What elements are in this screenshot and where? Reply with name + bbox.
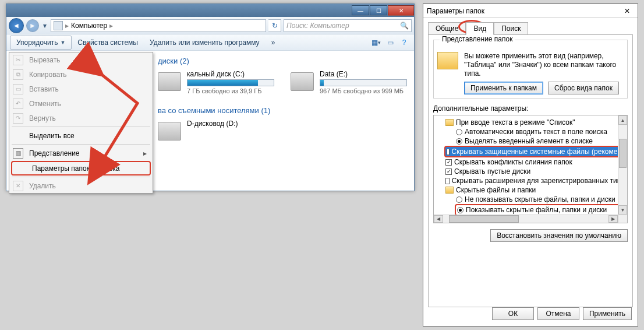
menu-item-redo[interactable]: ↷Вернуть — [9, 111, 153, 125]
section-hard-disks: диски (2) — [155, 52, 411, 68]
breadcrumb-label[interactable]: Компьютер — [71, 22, 107, 30]
computer-icon — [54, 21, 63, 30]
drive-item[interactable]: Data (E:) 967 МБ свободно из 999 МБ — [291, 70, 407, 94]
horizontal-scrollbar[interactable]: ◀ ▶ — [434, 215, 618, 223]
maximize-button[interactable] — [370, 5, 387, 16]
preview-pane-button[interactable]: ▭ — [384, 36, 397, 49]
minimize-button[interactable] — [352, 5, 369, 16]
scroll-right-button[interactable]: ▶ — [608, 215, 618, 223]
titlebar — [6, 4, 414, 17]
history-dropdown-icon[interactable]: ▾ — [41, 19, 48, 32]
menu-item-paste[interactable]: ▭Вставить — [9, 82, 153, 96]
undo-icon: ↶ — [13, 99, 23, 109]
checkbox-icon — [445, 168, 452, 175]
radio-icon — [456, 138, 462, 145]
dialog-close-button[interactable]: ✕ — [620, 7, 634, 15]
tree-check[interactable]: Скрывать расширения для зарегистрированн… — [435, 176, 626, 185]
tab-view[interactable]: Вид — [466, 22, 494, 35]
tab-search[interactable]: Поиск — [494, 22, 528, 35]
organize-menu: ✂Вырезать ⧉Копировать ▭Вставить ↶Отменит… — [9, 52, 153, 194]
dvd-icon — [158, 122, 181, 141]
system-properties-button[interactable]: Свойства системы — [72, 36, 144, 49]
reset-folders-button[interactable]: Сброс вида папок — [548, 82, 619, 94]
back-button[interactable]: ◄ — [9, 18, 24, 33]
tree-group: При вводе текста в режиме "Список" — [435, 118, 626, 127]
tree-check[interactable]: Скрывать пустые диски — [435, 167, 626, 176]
redo-icon: ↷ — [13, 113, 23, 124]
folder-options-dialog: Параметры папок ✕ Общие Вид Поиск Предст… — [423, 3, 638, 327]
view-mode-button[interactable]: ▦▾ — [370, 36, 383, 49]
folder-views-group: Представление папок Вы можете применить … — [433, 40, 628, 99]
search-input[interactable]: Поиск: Компьютер 🔍 — [284, 19, 412, 32]
menu-item-copy[interactable]: ⧉Копировать — [9, 67, 153, 82]
copy-icon: ⧉ — [13, 69, 23, 80]
drive-label: кальный диск (C:) — [187, 70, 274, 78]
search-placeholder: Поиск: Компьютер — [286, 22, 349, 30]
breadcrumb-sep-icon: ▸ — [65, 22, 69, 30]
help-button[interactable]: ? — [398, 36, 411, 49]
menu-item-undo[interactable]: ↶Отменить — [9, 96, 153, 111]
hdd-icon — [158, 72, 181, 91]
vertical-scrollbar[interactable]: ▲ ▼ — [618, 115, 627, 223]
restore-defaults-button[interactable]: Восстановить значения по умолчанию — [490, 229, 628, 242]
refresh-button[interactable]: ↻ — [268, 19, 281, 32]
tree-group: Скрытые файлы и папки — [435, 185, 626, 195]
organize-label: Упорядочить — [16, 38, 58, 47]
drive-item[interactable]: кальный диск (C:) 7 ГБ свободно из 39,9 … — [158, 70, 274, 94]
menu-item-folder-options[interactable]: Параметры папок и поиска — [11, 161, 151, 175]
layout-icon: ▥ — [13, 148, 23, 159]
delete-icon: ✕ — [13, 181, 23, 191]
scroll-up-button[interactable]: ▲ — [618, 115, 627, 125]
cut-icon: ✂ — [13, 55, 23, 65]
group-label: Представление папок — [440, 35, 515, 43]
toolbar: Упорядочить ▼ Свойства системы Удалить и… — [6, 34, 414, 51]
drive-usage-bar — [320, 79, 407, 86]
drive-usage-bar — [187, 79, 274, 86]
tree-check-hide-protected[interactable]: Скрывать защищенные системные файлы (рек… — [444, 146, 624, 157]
search-icon[interactable]: 🔍 — [400, 22, 409, 30]
menu-item-cut[interactable]: ✂Вырезать — [9, 52, 153, 67]
folder-icon — [445, 187, 454, 194]
tree-radio-show-hidden[interactable]: Показывать скрытые файлы, папки и диски — [455, 204, 624, 216]
ok-button[interactable]: ОК — [492, 307, 534, 320]
scroll-down-button[interactable]: ▼ — [618, 205, 627, 215]
drive-item[interactable]: D-дисковод (D:) — [158, 120, 238, 141]
tree-radio[interactable]: Автоматически вводить текст в поле поиск… — [435, 127, 626, 136]
scroll-thumb[interactable] — [449, 215, 519, 223]
dialog-title: Параметры папок — [427, 7, 484, 15]
breadcrumb[interactable]: ▸ Компьютер ▸ — [51, 19, 266, 32]
checkbox-icon — [445, 178, 450, 184]
dialog-button-row: ОК Отмена Применить — [492, 307, 632, 320]
menu-item-delete[interactable]: ✕Удалить — [9, 178, 153, 193]
advanced-label: Дополнительные параметры: — [433, 104, 628, 113]
forward-button[interactable]: ► — [26, 19, 39, 32]
apply-to-folders-button[interactable]: Применить к папкам — [464, 82, 543, 94]
menu-item-select-all[interactable]: Выделить все — [9, 128, 153, 143]
drive-label: Data (E:) — [320, 70, 407, 78]
apply-button[interactable]: Применить — [583, 307, 632, 320]
close-button[interactable] — [388, 5, 414, 16]
toolbar-overflow-button[interactable]: » — [266, 36, 281, 49]
drive-free-text: 7 ГБ свободно из 39,9 ГБ — [187, 87, 274, 94]
uninstall-button[interactable]: Удалить или изменить программу — [144, 36, 266, 49]
advanced-settings-tree[interactable]: При вводе текста в режиме "Список" Автом… — [433, 115, 628, 223]
address-bar: ◄ ► ▾ ▸ Компьютер ▸ ↻ Поиск: Компьютер 🔍 — [6, 17, 414, 34]
checkbox-icon — [447, 149, 450, 155]
menu-item-layout[interactable]: ▥Представление▸ — [9, 146, 153, 160]
tab-general[interactable]: Общие — [428, 22, 466, 35]
tree-radio[interactable]: Не показывать скрытые файлы, папки и дис… — [435, 195, 626, 204]
tree-check[interactable]: Скрывать конфликты слияния папок — [435, 157, 626, 167]
organize-button[interactable]: Упорядочить ▼ — [10, 36, 72, 50]
scroll-thumb[interactable] — [619, 139, 627, 168]
scroll-left-button[interactable]: ◀ — [434, 215, 443, 223]
content-pane: диски (2) кальный диск (C:) 7 ГБ свободн… — [155, 52, 411, 187]
paste-icon: ▭ — [13, 84, 23, 94]
section-removable: ва со съемными носителями (1) — [155, 101, 411, 117]
explorer-window: ◄ ► ▾ ▸ Компьютер ▸ ↻ Поиск: Компьютер 🔍… — [6, 3, 415, 191]
breadcrumb-sep-icon[interactable]: ▸ — [109, 22, 113, 30]
hdd-icon — [291, 72, 314, 91]
checkbox-icon — [445, 159, 452, 166]
tree-radio[interactable]: Выделять введенный элемент в списке — [435, 136, 626, 146]
radio-icon — [456, 196, 462, 203]
cancel-button[interactable]: Отмена — [537, 307, 579, 320]
